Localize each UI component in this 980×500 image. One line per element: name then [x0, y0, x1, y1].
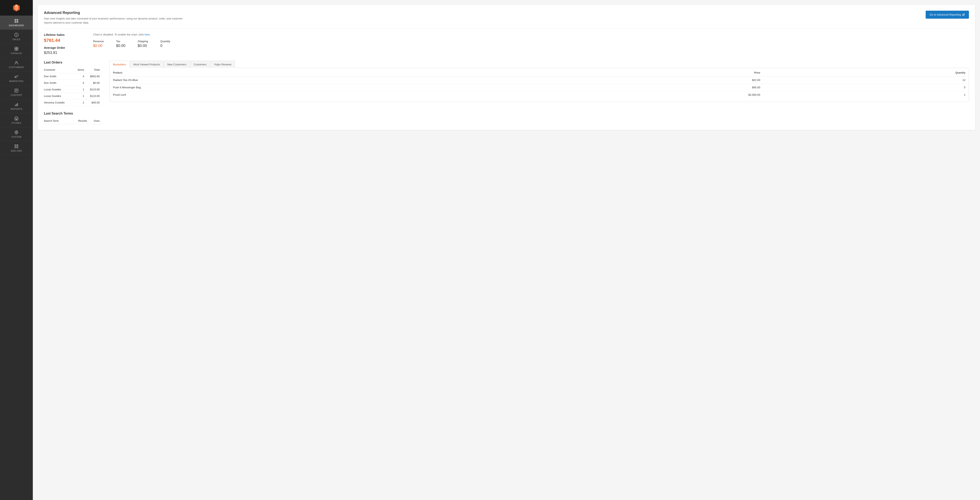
col-uses: Uses — [89, 118, 101, 124]
order-items: 1 — [75, 93, 86, 99]
lifetime-sales-label: Lifetime Sales — [44, 33, 85, 37]
order-total: $45.00 — [86, 99, 101, 106]
product-price: $2,000.00 — [535, 91, 764, 98]
sidebar: DASHBOARD $ SALES CATALOG CUSTOMERS — [0, 0, 33, 500]
advanced-reporting-title: Advanced Reporting — [44, 11, 188, 15]
col-customer: Customer — [44, 67, 75, 73]
order-customer: Don Smith — [44, 80, 75, 86]
last-orders-section: Last Orders Customer Items Total Don Smi… — [44, 61, 101, 124]
sidebar-item-customers[interactable]: CUSTOMERS — [0, 57, 33, 71]
stores-icon — [14, 116, 19, 121]
sidebar-item-label: CATALOG — [11, 52, 22, 54]
sidebar-item-catalog[interactable]: CATALOG — [0, 44, 33, 57]
col-price: Price — [535, 71, 764, 76]
sidebar-item-sales[interactable]: $ SALES — [0, 30, 33, 44]
divider-1 — [44, 29, 969, 29]
sidebar-item-stores[interactable]: STORES — [0, 113, 33, 127]
tab-customers[interactable]: Customers — [190, 61, 210, 68]
svg-rect-8 — [15, 49, 16, 51]
catalog-icon — [14, 46, 19, 51]
order-items: 4 — [75, 73, 86, 80]
svg-rect-2 — [14, 21, 16, 23]
magento-logo-icon — [12, 4, 21, 12]
metric-shipping: Shipping $0.00 — [138, 40, 148, 48]
last-orders-table: Customer Items Total Don Smith 4 $692.80… — [44, 67, 101, 106]
table-row: Don Smith 4 $692.80 — [44, 73, 101, 80]
svg-rect-23 — [15, 147, 16, 148]
col-quantity: Quantity — [764, 71, 969, 76]
content-icon — [14, 88, 19, 93]
svg-rect-6 — [15, 47, 16, 49]
svg-rect-15 — [15, 105, 16, 106]
marketing-icon — [14, 75, 19, 79]
tab-content: Product Price Quantity Radiant Tee-XS-Bl… — [110, 68, 969, 102]
sidebar-item-marketing[interactable]: MARKETING — [0, 71, 33, 86]
metric-revenue-value: $0.00 — [93, 44, 104, 48]
svg-rect-17 — [17, 103, 18, 106]
sidebar-item-label: ADD-ONS — [11, 149, 22, 152]
average-order-value: $253.81 — [44, 51, 85, 55]
lifetime-sales-value: $761.44 — [44, 38, 85, 43]
tab-bestsellers[interactable]: Bestsellers — [110, 61, 130, 68]
stats-section: Lifetime Sales $761.44 Average Order $25… — [44, 33, 969, 55]
sidebar-item-reports[interactable]: REPORTS — [0, 99, 33, 113]
dashboard-card: Advanced Reporting Gain new insights and… — [38, 5, 975, 130]
table-row: Lucas Guedes 1 $110.00 — [44, 93, 101, 99]
sidebar-item-addons[interactable]: ADD-ONS — [0, 141, 33, 155]
chart-disabled-message: Chart is disabled. To enable the chart, … — [93, 33, 969, 36]
sidebar-item-label: DASHBOARD — [9, 24, 24, 27]
sidebar-item-content[interactable]: CONTENT — [0, 86, 33, 99]
order-items: 4 — [75, 80, 86, 86]
last-search-section: Last Search Terms Search Term Results Us… — [44, 112, 101, 124]
col-items: Items — [75, 67, 86, 73]
svg-rect-0 — [14, 19, 16, 21]
tab-most-viewed[interactable]: Most Viewed Products — [130, 61, 164, 68]
sidebar-logo — [0, 0, 33, 16]
product-price: $22.00 — [535, 76, 764, 84]
dashboard-icon — [14, 19, 19, 23]
svg-rect-19 — [16, 119, 17, 120]
order-total: $0.00 — [86, 80, 101, 86]
metric-quantity-value: 0 — [161, 44, 170, 48]
metric-tax: Tax $0.00 — [116, 40, 125, 48]
sidebar-item-system[interactable]: SYSTEM — [0, 127, 33, 141]
metric-shipping-value: $0.00 — [138, 44, 148, 48]
col-search-term: Search Term — [44, 118, 71, 124]
sidebar-item-dashboard[interactable]: DASHBOARD — [0, 16, 33, 30]
order-customer: Lucas Guedes — [44, 93, 75, 99]
sales-icon: $ — [14, 33, 19, 37]
svg-text:$: $ — [16, 34, 17, 36]
advanced-reporting-button[interactable]: Go to Advanced Reporting — [926, 11, 969, 19]
average-order-label: Average Order — [44, 46, 85, 49]
table-row: Lucas Guedes 1 $110.00 — [44, 86, 101, 93]
customers-icon — [14, 60, 19, 65]
sidebar-item-label: CONTENT — [11, 94, 22, 96]
table-row: Veronica Costello 1 $45.00 — [44, 99, 101, 106]
chart-section: Chart is disabled. To enable the chart, … — [93, 33, 969, 48]
svg-rect-21 — [15, 144, 16, 146]
metric-tax-label: Tax — [116, 40, 125, 43]
col-total: Total — [86, 67, 101, 73]
chart-enable-link[interactable]: here — [145, 33, 150, 36]
product-quantity: 5 — [764, 84, 969, 91]
order-customer: Lucas Guedes — [44, 86, 75, 93]
svg-rect-16 — [16, 104, 17, 106]
bestsellers-table: Product Price Quantity Radiant Tee-XS-Bl… — [110, 71, 969, 98]
svg-rect-7 — [17, 47, 18, 49]
reports-icon — [14, 102, 19, 107]
table-row: Radiant Tee-XS-Blue $22.00 12 — [110, 76, 969, 84]
svg-rect-3 — [17, 21, 18, 23]
partners-icon — [14, 144, 19, 149]
tab-yotpo[interactable]: Yotpo Reviews — [210, 61, 235, 68]
metric-revenue: Revenue $0.00 — [93, 40, 104, 48]
advanced-reporting-section: Advanced Reporting Gain new insights and… — [44, 11, 969, 25]
product-name: Push It Messenger Bag — [110, 84, 535, 91]
order-items: 1 — [75, 86, 86, 93]
product-name: Radiant Tee-XS-Blue — [110, 76, 535, 84]
average-order-section: Average Order $253.81 — [44, 46, 85, 55]
tab-new-customers[interactable]: New Customers — [164, 61, 190, 68]
order-items: 1 — [75, 99, 86, 106]
metric-quantity: Quantity 0 — [161, 40, 170, 48]
sidebar-item-label: STORES — [11, 122, 21, 124]
sidebar-item-label: CUSTOMERS — [9, 66, 24, 68]
